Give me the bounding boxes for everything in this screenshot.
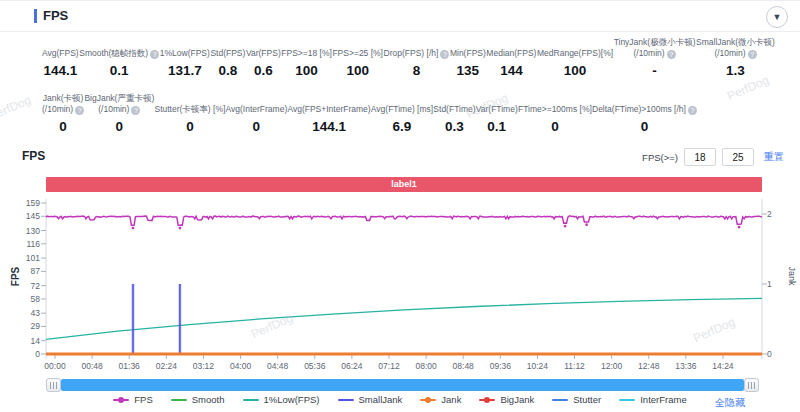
y-axis-tick-label: 101 [0, 253, 40, 263]
y-axis-right-tick-label: 0 [767, 349, 772, 359]
chart-legend: FPS Smooth 1%Low(FPS) SmallJank Jank Big… [0, 394, 800, 405]
x-axis-tick-label: 00:48 [81, 361, 102, 371]
legend-label: Jank [441, 394, 461, 405]
x-axis-tick-label: 09:36 [490, 361, 511, 371]
x-axis-tick-label: 12:48 [638, 361, 659, 371]
x-axis-tick-label: 07:12 [378, 361, 399, 371]
y-axis-tick-label: 14 [0, 336, 40, 346]
x-axis-tick-label: 12:00 [601, 361, 622, 371]
y-axis-tick-label: 130 [0, 226, 40, 236]
x-axis-tick-label: 14:24 [712, 361, 733, 371]
legend-item[interactable]: 1%Low(FPS) [243, 394, 320, 405]
series-fps-dip-marker [738, 226, 740, 228]
legend-item[interactable]: BigJank [479, 394, 534, 405]
scrollbar-right-handle[interactable] [744, 378, 759, 392]
x-axis-tick-label: 02:24 [156, 361, 177, 371]
grip-icon [748, 382, 755, 389]
x-axis-tick-label: 08:48 [453, 361, 474, 371]
x-axis-tick-label: 13:36 [675, 361, 696, 371]
legend-item[interactable]: Jank [420, 394, 461, 405]
fps-panel: FPS ▼ Avg(FPS) 144.1 Smooth(稳帧指数)? 0.1 1… [0, 0, 800, 412]
legend-marker-icon [243, 396, 259, 403]
legend-marker-icon [552, 396, 568, 403]
x-axis-tick-label: 03:12 [193, 361, 214, 371]
fps-chart-plot [0, 1, 800, 412]
legend-item[interactable]: FPS [113, 394, 152, 405]
x-axis-tick-label: 01:36 [119, 361, 140, 371]
legend-item[interactable]: Smooth [171, 394, 225, 405]
legend-item[interactable]: InterFrame [619, 394, 686, 405]
series-fps-dip-marker [585, 223, 587, 225]
legend-marker-icon [113, 396, 129, 403]
legend-item[interactable]: SmallJank [338, 394, 403, 405]
y-axis-tick-label: 145 [0, 211, 40, 221]
legend-label: SmallJank [359, 394, 403, 405]
x-axis-tick-label: 10:24 [527, 361, 548, 371]
x-axis-tick-label: 06:24 [341, 361, 362, 371]
legend-label: 1%Low(FPS) [264, 394, 320, 405]
legend-label: BigJank [500, 394, 534, 405]
x-axis-tick-label: 05:36 [304, 361, 325, 371]
y-axis-title-left: FPS [10, 267, 21, 286]
chart-range-scrollbar[interactable] [61, 379, 744, 391]
legend-marker-icon [338, 396, 354, 403]
y-axis-title-right: Jank [787, 266, 797, 285]
scrollbar-left-handle[interactable] [46, 378, 61, 392]
legend-marker-icon [420, 396, 436, 403]
legend-label: Stutter [573, 394, 601, 405]
x-axis-tick-label: 00:00 [44, 361, 65, 371]
legend-marker-icon [479, 396, 495, 403]
y-axis-tick-label: 29 [0, 321, 40, 331]
legend-label: Smooth [192, 394, 225, 405]
x-axis-tick-label: 11:12 [564, 361, 585, 371]
y-axis-right-tick-label: 1 [767, 279, 772, 289]
x-axis-tick-label: 04:00 [230, 361, 251, 371]
legend-marker-icon [171, 396, 187, 403]
legend-marker-icon [619, 396, 635, 403]
series-fps-line [46, 216, 762, 225]
y-axis-tick-label: 159 [0, 198, 40, 208]
x-axis-tick-label: 04:48 [267, 361, 288, 371]
grip-icon [50, 382, 57, 389]
hide-all-link[interactable]: 全隐藏 [715, 396, 745, 410]
legend-label: FPS [134, 394, 152, 405]
series-1pclow-line [46, 298, 762, 339]
y-axis-tick-label: 58 [0, 294, 40, 304]
series-fps-dip-marker [564, 225, 566, 227]
legend-label: InterFrame [640, 394, 686, 405]
y-axis-tick-label: 0 [0, 349, 40, 359]
y-axis-tick-label: 116 [0, 239, 40, 249]
series-fps-dip-marker [132, 227, 134, 229]
series-fps-dip-marker [179, 227, 181, 229]
y-axis-right-tick-label: 2 [767, 209, 772, 219]
legend-item[interactable]: Stutter [552, 394, 601, 405]
x-axis-tick-label: 08:00 [415, 361, 436, 371]
y-axis-tick-label: 43 [0, 308, 40, 318]
